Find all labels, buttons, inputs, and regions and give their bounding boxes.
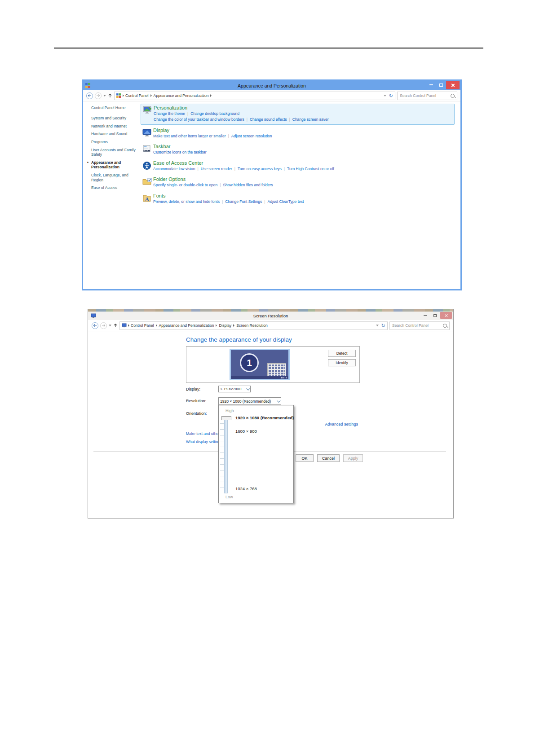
maximize-button[interactable] [430, 312, 439, 319]
recent-pages-dropdown-icon[interactable] [109, 325, 111, 326]
task-link[interactable]: Change the color of your taskbar and win… [154, 117, 244, 122]
search-input[interactable] [392, 323, 443, 328]
control-panel-section: PersonalizationChange the theme|Change d… [141, 104, 455, 125]
breadcrumb: Control PanelAppearance and Personalizat… [125, 93, 212, 98]
resolution-option[interactable]: 1024 × 768 [235, 486, 257, 491]
resolution-field-label: Resolution: [186, 399, 206, 403]
breadcrumb-item[interactable]: Display [219, 323, 231, 328]
sidebar-item-home[interactable]: Control Panel Home [91, 105, 141, 110]
task-link[interactable]: Use screen reader [201, 167, 232, 171]
sidebar-item[interactable]: Appearance and Personalization [91, 160, 136, 170]
task-link[interactable]: Preview, delete, or show and hide fonts [153, 199, 220, 204]
search-icon[interactable] [443, 324, 447, 328]
resolution-option-selected[interactable]: 1920 × 1080 (Recommended) [235, 415, 294, 420]
breadcrumb-arrow-icon [123, 94, 124, 97]
category-title-link[interactable]: Ease of Access Center [153, 160, 452, 166]
window1-titlebar: Appearance and Personalization [83, 81, 460, 90]
category-title-link[interactable]: Folder Options [153, 176, 452, 182]
sidebar-item[interactable]: Hardware and Sound [91, 132, 136, 136]
task-link[interactable]: Change desktop background [190, 111, 239, 116]
refresh-icon[interactable] [381, 323, 385, 328]
display-select[interactable]: 1. PLX2780H [218, 386, 251, 392]
task-link[interactable]: Show hidden files and folders [223, 183, 273, 187]
task-link[interactable]: Make text and other items larger or smal… [153, 134, 226, 138]
address-dropdown-icon[interactable] [376, 325, 379, 326]
control-panel-section: Folder OptionsSpecify single- or double-… [141, 176, 455, 189]
up-button[interactable] [108, 92, 112, 100]
up-button[interactable] [113, 321, 118, 330]
forward-button[interactable] [95, 92, 102, 99]
close-button[interactable] [446, 81, 460, 89]
sidebar-item[interactable]: Programs [91, 140, 136, 145]
breadcrumb-item[interactable]: Control Panel [131, 323, 154, 328]
fonts-icon: A [142, 193, 153, 205]
resolution-option[interactable]: 1600 × 900 [235, 429, 257, 434]
address-field[interactable]: Control PanelAppearance and Personalizat… [114, 92, 395, 100]
task-link[interactable]: Change Font Settings [225, 199, 262, 204]
resolution-slider-handle[interactable] [221, 416, 231, 420]
identify-button[interactable]: Identify [328, 359, 356, 366]
task-link[interactable]: Change sound effects [250, 117, 287, 122]
task-link[interactable]: Turn High Contrast on or off [287, 167, 334, 171]
sidebar-item[interactable]: User Accounts and Family Safety [91, 148, 136, 157]
cancel-button[interactable]: Cancel [317, 454, 340, 462]
category-title-link[interactable]: Display [153, 127, 452, 133]
task-link[interactable]: Turn on easy access keys [238, 167, 282, 171]
category-title-link[interactable]: Personalization [154, 105, 451, 110]
display-preview-area[interactable]: 1 Detect Identify [186, 346, 360, 383]
address-field[interactable]: Control PanelAppearance and Personalizat… [119, 321, 388, 330]
monitor-preview[interactable]: 1 [230, 349, 290, 380]
forward-button[interactable] [100, 322, 107, 329]
sidebar-item[interactable]: System and Security [91, 116, 136, 121]
apply-button[interactable]: Apply [343, 454, 363, 462]
category-title-link[interactable]: Taskbar [153, 144, 452, 149]
close-icon [444, 314, 448, 317]
close-button[interactable] [440, 312, 452, 319]
maximize-button[interactable] [436, 81, 446, 89]
search-icon[interactable] [451, 94, 455, 98]
task-link[interactable]: Change the theme [154, 111, 185, 116]
breadcrumb-item[interactable]: Screen Resolution [236, 323, 267, 328]
folder-options-icon [142, 176, 153, 189]
breadcrumb-item[interactable]: Appearance and Personalization [159, 323, 214, 328]
category-title-link[interactable]: Fonts [153, 193, 452, 198]
make-text-larger-link[interactable]: Make text and other [186, 431, 220, 436]
link-separator: | [284, 167, 285, 171]
control-panel-app-icon [85, 83, 91, 88]
link-separator: | [247, 117, 248, 122]
back-button[interactable] [86, 92, 93, 99]
link-separator: | [289, 117, 290, 122]
what-display-settings-link[interactable]: What display setting [186, 440, 220, 444]
search-input[interactable] [400, 93, 451, 98]
address-dropdown-icon[interactable] [384, 95, 386, 97]
resolution-select[interactable]: 1920 × 1080 (Recommended) [218, 397, 281, 405]
minimize-button[interactable] [426, 81, 436, 89]
breadcrumb-item[interactable]: Appearance and Personalization [154, 93, 209, 98]
advanced-settings-link[interactable]: Advanced settings [325, 422, 358, 426]
task-link[interactable]: Adjust screen resolution [231, 134, 272, 138]
ease-of-access-icon [142, 160, 153, 172]
resolution-slider-track[interactable] [224, 418, 228, 493]
link-separator: | [187, 111, 188, 116]
minimize-button[interactable] [420, 312, 429, 319]
ok-button[interactable]: OK [296, 454, 314, 462]
task-link[interactable]: Specify single- or double-click to open [153, 183, 217, 187]
task-link[interactable]: Adjust ClearType text [268, 199, 304, 204]
breadcrumb-item[interactable]: Control Panel [125, 93, 149, 98]
refresh-icon[interactable] [389, 93, 393, 98]
chevron-down-icon [246, 387, 250, 390]
orientation-field-label: Orientation: [186, 411, 207, 416]
back-button[interactable] [92, 322, 98, 329]
sidebar-item[interactable]: Ease of Access [91, 185, 136, 190]
detect-button[interactable]: Detect [328, 350, 356, 357]
breadcrumb-arrow-icon [233, 324, 234, 327]
close-icon [451, 83, 455, 87]
task-link[interactable]: Change screen saver [292, 117, 329, 122]
task-link[interactable]: Customize icons on the taskbar [153, 150, 207, 154]
task-link[interactable]: Accommodate low vision [153, 167, 195, 171]
display-field-label: Display: [186, 387, 200, 391]
link-separator: | [198, 167, 199, 171]
recent-pages-dropdown-icon[interactable] [103, 95, 106, 97]
sidebar-item[interactable]: Network and Internet [91, 124, 136, 129]
sidebar-item[interactable]: Clock, Language, and Region [91, 173, 136, 182]
